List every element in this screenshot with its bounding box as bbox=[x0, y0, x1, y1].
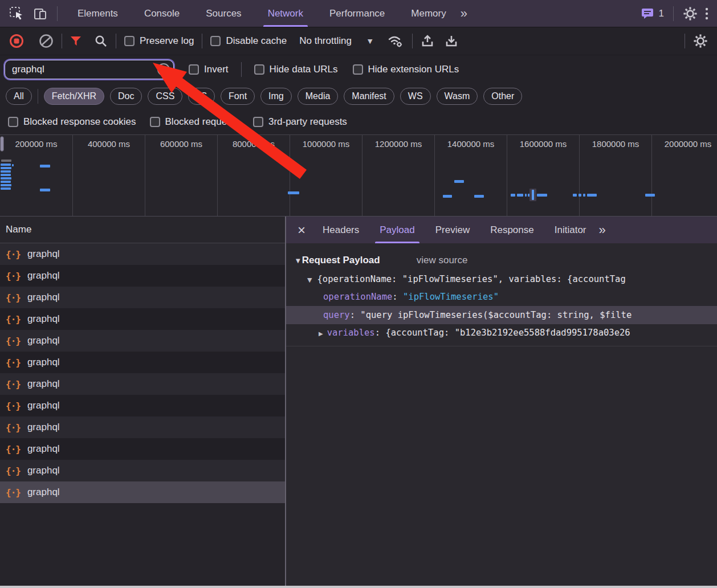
blocked-response-cookies-checkbox[interactable]: Blocked response cookies bbox=[8, 116, 136, 128]
waterfall-bar bbox=[443, 195, 452, 198]
network-request-row[interactable]: {·}graphql bbox=[0, 243, 285, 265]
import-har-upload-icon[interactable] bbox=[421, 34, 434, 48]
timeline-tick-label: 1800000 ms bbox=[580, 139, 651, 149]
detail-tab-initiator[interactable]: Initiator bbox=[555, 217, 586, 243]
disable-cache-checkbox[interactable]: Disable cache bbox=[210, 35, 287, 47]
network-overview-timeline[interactable]: 200000 ms400000 ms600000 ms800000 ms1000… bbox=[0, 134, 717, 217]
tab-network[interactable]: Network bbox=[268, 0, 303, 27]
type-chip-font[interactable]: Font bbox=[221, 88, 255, 105]
view-source-link[interactable]: view source bbox=[417, 255, 468, 266]
waterfall-bar bbox=[573, 194, 577, 197]
name-column-header[interactable]: Name bbox=[0, 217, 285, 243]
search-icon[interactable] bbox=[94, 34, 108, 48]
payload-entry-variables[interactable]: ▶variables: {accountTag: "b12e3b2192ee55… bbox=[286, 324, 717, 342]
network-request-row[interactable]: {·}graphql bbox=[0, 373, 285, 395]
devtools-tabbar: ElementsConsoleSourcesNetworkPerformance… bbox=[0, 0, 717, 27]
network-request-row[interactable]: {·}graphql bbox=[0, 481, 285, 503]
invert-checkbox[interactable]: Invert bbox=[189, 64, 229, 75]
checkbox[interactable] bbox=[254, 64, 264, 75]
expand-triangle-icon[interactable]: ▶ bbox=[319, 325, 323, 342]
checkbox-label: Blocked requests bbox=[165, 116, 239, 128]
checkbox[interactable] bbox=[189, 64, 199, 75]
collapse-triangle-icon[interactable]: ▼ bbox=[296, 258, 300, 264]
overview-drag-handle[interactable] bbox=[0, 136, 4, 152]
device-toolbar-icon[interactable] bbox=[33, 6, 48, 21]
collapse-triangle-icon[interactable]: ▼ bbox=[307, 271, 312, 288]
request-name: graphql bbox=[27, 487, 60, 498]
request-name: graphql bbox=[27, 292, 60, 303]
detail-tab-payload[interactable]: Payload bbox=[380, 217, 414, 243]
checkbox[interactable] bbox=[253, 117, 263, 127]
payload-entry-operationname[interactable]: operationName: "ipFlowTimeseries" bbox=[286, 288, 717, 306]
json-request-icon: {·} bbox=[6, 336, 21, 346]
network-request-row[interactable]: {·}graphql bbox=[0, 395, 285, 416]
checkbox[interactable] bbox=[150, 117, 160, 127]
throttling-dropdown[interactable]: No throttling ▼ bbox=[299, 35, 372, 47]
request-payload-header[interactable]: ▼ Request Payload view source bbox=[286, 250, 717, 271]
waterfall-bar bbox=[1, 181, 11, 183]
type-chip-ws[interactable]: WS bbox=[400, 88, 431, 105]
network-request-row[interactable]: {·}graphql bbox=[0, 352, 285, 373]
tab-memory[interactable]: Memory bbox=[411, 0, 446, 27]
checkbox-label: 3rd-party requests bbox=[268, 116, 347, 128]
record-network-log-icon[interactable] bbox=[9, 34, 24, 48]
json-request-icon: {·} bbox=[6, 487, 21, 498]
export-har-download-icon[interactable] bbox=[445, 34, 458, 48]
blocked-requests-checkbox[interactable]: Blocked requests bbox=[150, 116, 239, 128]
payload-root-line[interactable]: ▼{operationName: "ipFlowTimeseries", var… bbox=[286, 271, 717, 288]
network-request-row[interactable]: {·}graphql bbox=[0, 460, 285, 481]
checkbox[interactable] bbox=[353, 64, 363, 75]
type-chip-all[interactable]: All bbox=[6, 88, 32, 105]
checkbox[interactable] bbox=[124, 36, 135, 46]
tab-performance[interactable]: Performance bbox=[329, 0, 385, 27]
detail-tab-preview[interactable]: Preview bbox=[435, 217, 470, 243]
inspect-element-icon[interactable] bbox=[9, 6, 24, 21]
settings-gear-icon[interactable] bbox=[683, 6, 698, 21]
type-chip-media[interactable]: Media bbox=[298, 88, 339, 105]
type-chip-manifest[interactable]: Manifest bbox=[344, 88, 394, 105]
close-details-icon[interactable]: × bbox=[291, 223, 312, 237]
clear-filter-icon[interactable]: × bbox=[157, 63, 170, 76]
timeline-tick-column: 1600000 ms bbox=[507, 135, 579, 216]
network-request-row[interactable]: {·}graphql bbox=[0, 308, 285, 330]
kebab-menu-icon[interactable] bbox=[704, 6, 709, 21]
checkbox[interactable] bbox=[8, 117, 18, 127]
type-chip-css[interactable]: CSS bbox=[148, 88, 182, 105]
checkbox[interactable] bbox=[210, 36, 221, 46]
filter-funnel-icon[interactable] bbox=[70, 36, 82, 46]
detail-tab-response[interactable]: Response bbox=[490, 217, 534, 243]
json-request-icon: {·} bbox=[6, 271, 21, 281]
network-conditions-icon[interactable] bbox=[387, 34, 404, 48]
payload-entry-query[interactable]: query: "query ipFlowTimeseries($accountT… bbox=[286, 306, 717, 324]
tab-elements[interactable]: Elements bbox=[78, 0, 118, 27]
preserve-log-checkbox[interactable]: Preserve log bbox=[124, 35, 194, 47]
network-request-row[interactable]: {·}graphql bbox=[0, 330, 285, 352]
clear-network-log-icon[interactable] bbox=[39, 34, 54, 48]
hide-extension-urls-label: Hide extension URLs bbox=[368, 64, 459, 75]
network-request-row[interactable]: {·}graphql bbox=[0, 438, 285, 460]
type-chip-js[interactable]: JS bbox=[188, 88, 215, 105]
detail-tab-headers[interactable]: Headers bbox=[323, 217, 359, 243]
more-panels-chevron-icon[interactable]: » bbox=[461, 6, 467, 21]
timeline-tick-column: 400000 ms bbox=[72, 135, 145, 216]
type-chip-img[interactable]: Img bbox=[260, 88, 292, 105]
waterfall-bar bbox=[288, 191, 299, 194]
network-settings-gear-icon[interactable] bbox=[693, 34, 708, 48]
hide-data-urls-checkbox[interactable]: Hide data URLs bbox=[254, 64, 338, 75]
more-detail-tabs-chevron-icon[interactable]: » bbox=[599, 223, 606, 238]
network-request-row[interactable]: {·}graphql bbox=[0, 287, 285, 308]
type-chip-doc[interactable]: Doc bbox=[110, 88, 142, 105]
json-request-icon: {·} bbox=[6, 401, 21, 411]
network-request-row[interactable]: {·}graphql bbox=[0, 265, 285, 287]
network-request-row[interactable]: {·}graphql bbox=[0, 416, 285, 438]
filter-input[interactable] bbox=[5, 60, 174, 79]
type-chip-fetch-xhr[interactable]: Fetch/XHR bbox=[44, 88, 104, 105]
tab-sources[interactable]: Sources bbox=[206, 0, 241, 27]
issues-message-icon[interactable] bbox=[641, 7, 654, 21]
json-request-icon: {·} bbox=[6, 314, 21, 325]
hide-extension-urls-checkbox[interactable]: Hide extension URLs bbox=[353, 64, 459, 75]
tab-console[interactable]: Console bbox=[144, 0, 180, 27]
3rd-party-requests-checkbox[interactable]: 3rd-party requests bbox=[253, 116, 347, 128]
type-chip-wasm[interactable]: Wasm bbox=[437, 88, 478, 105]
type-chip-other[interactable]: Other bbox=[483, 88, 522, 105]
